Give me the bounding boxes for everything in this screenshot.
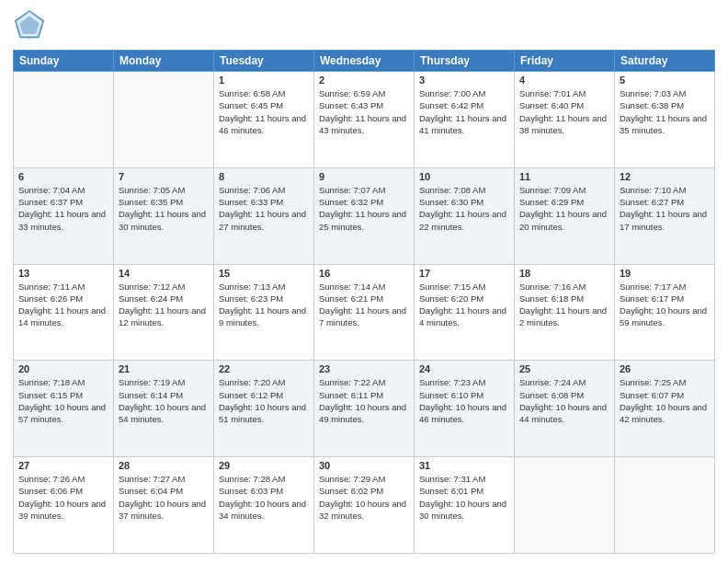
day-info: Sunrise: 7:16 AM Sunset: 6:18 PM Dayligh… — [519, 281, 609, 329]
day-number: 8 — [219, 171, 309, 182]
day-number: 26 — [620, 363, 710, 374]
day-number: 23 — [319, 363, 409, 374]
day-info: Sunrise: 7:28 AM Sunset: 6:03 PM Dayligh… — [219, 473, 309, 522]
day-info: Sunrise: 7:07 AM Sunset: 6:32 PM Dayligh… — [319, 184, 409, 233]
day-number: 10 — [419, 171, 509, 182]
calendar-week-row: 13Sunrise: 7:11 AM Sunset: 6:26 PM Dayli… — [14, 264, 715, 361]
day-number: 12 — [620, 171, 710, 182]
calendar-cell: 27Sunrise: 7:26 AM Sunset: 6:06 PM Dayli… — [14, 457, 114, 554]
calendar-cell: 30Sunrise: 7:29 AM Sunset: 6:02 PM Dayli… — [314, 457, 415, 554]
day-number: 3 — [419, 75, 509, 86]
day-number: 4 — [519, 75, 609, 86]
weekday-header: Friday — [515, 51, 615, 72]
day-info: Sunrise: 7:18 AM Sunset: 6:15 PM Dayligh… — [18, 376, 108, 425]
day-number: 13 — [18, 268, 108, 279]
day-info: Sunrise: 7:24 AM Sunset: 6:08 PM Dayligh… — [519, 376, 609, 425]
day-number: 1 — [219, 75, 309, 86]
calendar-week-row: 20Sunrise: 7:18 AM Sunset: 6:15 PM Dayli… — [14, 361, 715, 457]
calendar-cell: 18Sunrise: 7:16 AM Sunset: 6:18 PM Dayli… — [515, 264, 615, 361]
day-info: Sunrise: 7:11 AM Sunset: 6:26 PM Dayligh… — [18, 281, 108, 329]
calendar-cell: 23Sunrise: 7:22 AM Sunset: 6:11 PM Dayli… — [314, 361, 415, 457]
calendar-cell: 14Sunrise: 7:12 AM Sunset: 6:24 PM Dayli… — [114, 264, 214, 361]
weekday-header: Tuesday — [214, 51, 314, 72]
calendar-cell: 2Sunrise: 6:59 AM Sunset: 6:43 PM Daylig… — [314, 72, 415, 168]
day-number: 31 — [419, 460, 509, 471]
day-info: Sunrise: 7:20 AM Sunset: 6:12 PM Dayligh… — [219, 376, 309, 425]
calendar-cell: 25Sunrise: 7:24 AM Sunset: 6:08 PM Dayli… — [515, 361, 615, 457]
day-info: Sunrise: 6:58 AM Sunset: 6:45 PM Dayligh… — [219, 87, 309, 136]
day-info: Sunrise: 7:04 AM Sunset: 6:37 PM Dayligh… — [18, 184, 108, 233]
logo — [13, 9, 50, 42]
day-info: Sunrise: 7:19 AM Sunset: 6:14 PM Dayligh… — [119, 376, 209, 425]
day-number: 22 — [219, 363, 309, 374]
day-info: Sunrise: 7:10 AM Sunset: 6:27 PM Dayligh… — [620, 184, 710, 233]
day-number: 27 — [18, 460, 108, 471]
calendar-cell: 21Sunrise: 7:19 AM Sunset: 6:14 PM Dayli… — [114, 361, 214, 457]
day-number: 18 — [519, 268, 609, 279]
calendar-table: SundayMondayTuesdayWednesdayThursdayFrid… — [13, 50, 715, 554]
calendar-cell: 29Sunrise: 7:28 AM Sunset: 6:03 PM Dayli… — [214, 457, 314, 554]
day-info: Sunrise: 7:26 AM Sunset: 6:06 PM Dayligh… — [18, 473, 108, 522]
calendar-cell: 3Sunrise: 7:00 AM Sunset: 6:42 PM Daylig… — [415, 72, 515, 168]
day-number: 20 — [18, 363, 108, 374]
calendar-cell: 28Sunrise: 7:27 AM Sunset: 6:04 PM Dayli… — [114, 457, 214, 554]
calendar-cell: 31Sunrise: 7:31 AM Sunset: 6:01 PM Dayli… — [415, 457, 515, 554]
page: SundayMondayTuesdayWednesdayThursdayFrid… — [0, 0, 728, 563]
calendar-cell: 20Sunrise: 7:18 AM Sunset: 6:15 PM Dayli… — [14, 361, 114, 457]
calendar-cell: 1Sunrise: 6:58 AM Sunset: 6:45 PM Daylig… — [214, 72, 314, 168]
day-number: 28 — [119, 460, 209, 471]
day-info: Sunrise: 7:27 AM Sunset: 6:04 PM Dayligh… — [119, 473, 209, 522]
calendar-week-row: 1Sunrise: 6:58 AM Sunset: 6:45 PM Daylig… — [14, 72, 715, 168]
day-info: Sunrise: 6:59 AM Sunset: 6:43 PM Dayligh… — [319, 87, 409, 136]
day-number: 7 — [119, 171, 209, 182]
day-number: 11 — [519, 171, 609, 182]
day-info: Sunrise: 7:03 AM Sunset: 6:38 PM Dayligh… — [620, 87, 710, 136]
day-number: 21 — [119, 363, 209, 374]
calendar-cell: 6Sunrise: 7:04 AM Sunset: 6:37 PM Daylig… — [14, 167, 114, 264]
day-info: Sunrise: 7:13 AM Sunset: 6:23 PM Dayligh… — [219, 281, 309, 329]
calendar-cell: 24Sunrise: 7:23 AM Sunset: 6:10 PM Dayli… — [415, 361, 515, 457]
weekday-header: Sunday — [14, 51, 114, 72]
calendar-cell: 5Sunrise: 7:03 AM Sunset: 6:38 PM Daylig… — [615, 72, 715, 168]
day-info: Sunrise: 7:23 AM Sunset: 6:10 PM Dayligh… — [419, 376, 509, 425]
day-number: 5 — [620, 75, 710, 86]
day-info: Sunrise: 7:22 AM Sunset: 6:11 PM Dayligh… — [319, 376, 409, 425]
day-info: Sunrise: 7:01 AM Sunset: 6:40 PM Dayligh… — [519, 87, 609, 136]
calendar-cell — [114, 72, 214, 168]
day-number: 25 — [519, 363, 609, 374]
day-number: 24 — [419, 363, 509, 374]
calendar-cell: 12Sunrise: 7:10 AM Sunset: 6:27 PM Dayli… — [615, 167, 715, 264]
day-info: Sunrise: 7:17 AM Sunset: 6:17 PM Dayligh… — [620, 281, 710, 329]
calendar-cell: 7Sunrise: 7:05 AM Sunset: 6:35 PM Daylig… — [114, 167, 214, 264]
calendar-week-row: 27Sunrise: 7:26 AM Sunset: 6:06 PM Dayli… — [14, 457, 715, 554]
weekday-header: Thursday — [415, 51, 515, 72]
calendar-cell: 26Sunrise: 7:25 AM Sunset: 6:07 PM Dayli… — [615, 361, 715, 457]
day-info: Sunrise: 7:29 AM Sunset: 6:02 PM Dayligh… — [319, 473, 409, 522]
calendar-cell: 8Sunrise: 7:06 AM Sunset: 6:33 PM Daylig… — [214, 167, 314, 264]
calendar-cell: 10Sunrise: 7:08 AM Sunset: 6:30 PM Dayli… — [415, 167, 515, 264]
calendar-cell: 19Sunrise: 7:17 AM Sunset: 6:17 PM Dayli… — [615, 264, 715, 361]
calendar-cell: 11Sunrise: 7:09 AM Sunset: 6:29 PM Dayli… — [515, 167, 615, 264]
calendar-header-row: SundayMondayTuesdayWednesdayThursdayFrid… — [14, 51, 715, 72]
day-number: 17 — [419, 268, 509, 279]
day-number: 14 — [119, 268, 209, 279]
day-info: Sunrise: 7:12 AM Sunset: 6:24 PM Dayligh… — [119, 281, 209, 329]
day-number: 19 — [620, 268, 710, 279]
day-info: Sunrise: 7:14 AM Sunset: 6:21 PM Dayligh… — [319, 281, 409, 329]
day-info: Sunrise: 7:31 AM Sunset: 6:01 PM Dayligh… — [419, 473, 509, 522]
calendar-week-row: 6Sunrise: 7:04 AM Sunset: 6:37 PM Daylig… — [14, 167, 715, 264]
day-number: 16 — [319, 268, 409, 279]
day-number: 15 — [219, 268, 309, 279]
calendar-cell: 13Sunrise: 7:11 AM Sunset: 6:26 PM Dayli… — [14, 264, 114, 361]
day-info: Sunrise: 7:08 AM Sunset: 6:30 PM Dayligh… — [419, 184, 509, 233]
calendar-cell: 22Sunrise: 7:20 AM Sunset: 6:12 PM Dayli… — [214, 361, 314, 457]
calendar-cell: 17Sunrise: 7:15 AM Sunset: 6:20 PM Dayli… — [415, 264, 515, 361]
day-number: 29 — [219, 460, 309, 471]
day-info: Sunrise: 7:05 AM Sunset: 6:35 PM Dayligh… — [119, 184, 209, 233]
calendar-cell — [615, 457, 715, 554]
day-info: Sunrise: 7:06 AM Sunset: 6:33 PM Dayligh… — [219, 184, 309, 233]
calendar-cell: 15Sunrise: 7:13 AM Sunset: 6:23 PM Dayli… — [214, 264, 314, 361]
header — [13, 9, 715, 42]
calendar-cell: 9Sunrise: 7:07 AM Sunset: 6:32 PM Daylig… — [314, 167, 415, 264]
weekday-header: Wednesday — [314, 51, 415, 72]
